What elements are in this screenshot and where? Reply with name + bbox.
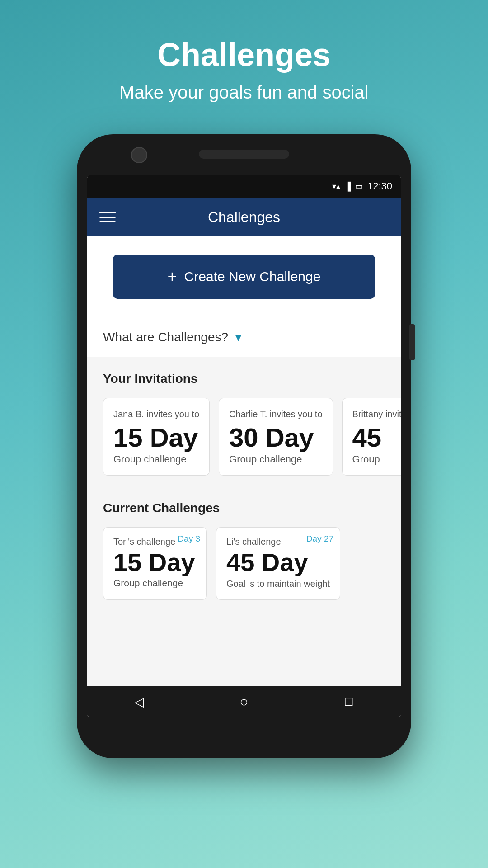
tori-day-badge: Day 3 xyxy=(178,534,200,544)
page-header: Challenges Make your goals fun and socia… xyxy=(92,0,395,125)
invitations-section-title: Your Invitations xyxy=(87,357,401,393)
chevron-down-icon: ▾ xyxy=(235,330,241,344)
what-challenges-label: What are Challenges? xyxy=(103,330,228,344)
invite-from-charlie: Charlie T. invites you to xyxy=(229,408,322,420)
phone-side-button xyxy=(409,324,415,360)
tori-days: 15 Day xyxy=(113,550,197,575)
signal-icon: ▐ xyxy=(345,182,351,191)
home-button[interactable] xyxy=(230,690,258,713)
what-are-challenges-section[interactable]: What are Challenges? ▾ xyxy=(87,317,401,357)
create-button-section: + Create New Challenge xyxy=(87,236,401,317)
page-main-title: Challenges xyxy=(119,36,368,73)
create-button-label: Create New Challenge xyxy=(184,269,321,284)
phone-screen: ▾▴ ▐ ▭ 12:30 Challenges + xyxy=(87,175,401,717)
li-day-badge: Day 27 xyxy=(306,534,333,544)
current-challenge-tori[interactable]: Day 3 Tori's challenge 15 Day Group chal… xyxy=(103,527,207,600)
phone-shell: ▾▴ ▐ ▭ 12:30 Challenges + xyxy=(77,134,411,758)
current-challenge-li[interactable]: Day 27 Li's challenge 45 Day Goal is to … xyxy=(216,527,340,600)
invite-type-brittany: Group xyxy=(352,453,401,465)
invite-from-brittany: Brittany invites you to xyxy=(352,408,401,420)
invite-days-jana: 15 Day xyxy=(113,425,199,451)
invite-days-brittany: 45 xyxy=(352,425,401,451)
bottom-navigation xyxy=(87,686,401,717)
current-challenges-list: Day 3 Tori's challenge 15 Day Group chal… xyxy=(87,523,401,613)
recents-button[interactable] xyxy=(335,690,362,713)
plus-icon: + xyxy=(168,267,177,286)
phone-camera xyxy=(131,147,147,163)
status-time: 12:30 xyxy=(367,180,392,192)
app-bar: Challenges xyxy=(87,198,401,236)
battery-icon: ▭ xyxy=(355,181,363,191)
invite-from-jana: Jana B. invites you to xyxy=(113,408,199,420)
li-goal: Goal is to maintain weight xyxy=(226,578,330,590)
invitations-list: Jana B. invites you to 15 Day Group chal… xyxy=(87,393,401,486)
current-challenges-section-title: Current Challenges xyxy=(87,486,401,523)
invitation-card-brittany[interactable]: Brittany invites you to 45 Group xyxy=(342,398,401,476)
create-new-challenge-button[interactable]: + Create New Challenge xyxy=(113,255,375,299)
wifi-icon: ▾▴ xyxy=(332,181,340,191)
invite-type-charlie: Group challenge xyxy=(229,453,322,465)
status-bar: ▾▴ ▐ ▭ 12:30 xyxy=(87,175,401,198)
hamburger-menu-icon[interactable] xyxy=(99,212,116,222)
li-days: 45 Day xyxy=(226,550,330,575)
invitation-card-jana[interactable]: Jana B. invites you to 15 Day Group chal… xyxy=(103,398,210,476)
invite-type-jana: Group challenge xyxy=(113,453,199,465)
app-bar-title: Challenges xyxy=(208,209,280,226)
page-subtitle: Make your goals fun and social xyxy=(119,82,368,103)
invite-days-charlie: 30 Day xyxy=(229,425,322,451)
phone-speaker xyxy=(199,150,289,159)
phone-device: ▾▴ ▐ ▭ 12:30 Challenges + xyxy=(77,134,411,758)
tori-type: Group challenge xyxy=(113,578,197,589)
screen-content: + Create New Challenge What are Challeng… xyxy=(87,236,401,686)
back-button[interactable] xyxy=(126,690,153,713)
invitation-card-charlie[interactable]: Charlie T. invites you to 30 Day Group c… xyxy=(219,398,333,476)
